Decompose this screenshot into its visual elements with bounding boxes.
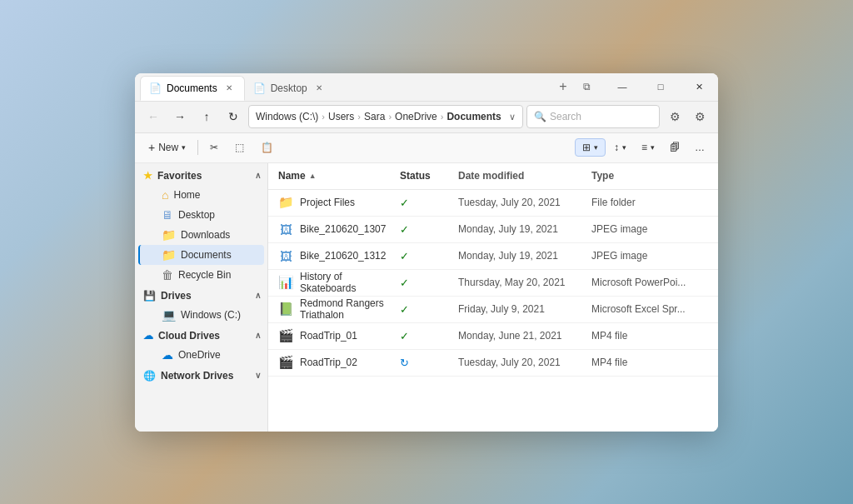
- sidebar-section-drives: 💾 Drives ∧ 💻 Windows (C:): [135, 287, 267, 325]
- network-icon: 🌐: [143, 370, 156, 382]
- table-row[interactable]: 🖼 Bike_210620_1307 ✓ Monday, July 19, 20…: [268, 217, 718, 243]
- status-check: ✓: [400, 223, 409, 236]
- file-list-header: Name ▲ Status Date modified Type: [268, 163, 718, 190]
- name-sort-icon: ▲: [309, 172, 317, 180]
- network-chevron: ∨: [255, 371, 261, 380]
- network-header[interactable]: 🌐 Network Drives ∨: [135, 367, 267, 385]
- breadcrumb-documents[interactable]: Documents: [446, 111, 501, 122]
- view-toggle-button[interactable]: ⊞ ▾: [575, 138, 606, 157]
- sidebar-item-downloads[interactable]: 📁 Downloads: [138, 225, 264, 245]
- search-box[interactable]: 🔍 Search: [526, 105, 660, 128]
- file-date-redmond-rangers: Friday, July 9, 2021: [458, 303, 591, 315]
- tab-bar: 📄 Documents ✕ 📄 Desktop ✕: [135, 73, 546, 101]
- favorites-header[interactable]: ★ Favorites ∧: [135, 167, 267, 185]
- table-row[interactable]: 🎬 RoadTrip_01 ✓ Monday, June 21, 2021 MP…: [268, 323, 718, 350]
- tab-icon-docs: 📄: [149, 82, 162, 94]
- file-type-project-files: File folder: [591, 197, 708, 208]
- status-check: ✓: [400, 277, 409, 289]
- documents-label: Documents: [181, 249, 232, 261]
- table-row[interactable]: 📗 Redmond Rangers Triathalon ✓ Friday, J…: [268, 297, 718, 323]
- file-date-bike-1307: Monday, July 19, 2021: [458, 223, 591, 235]
- new-tab-button[interactable]: +: [553, 77, 573, 97]
- col-header-date[interactable]: Date modified: [458, 170, 591, 182]
- breadcrumb-onedrive[interactable]: OneDrive: [395, 111, 437, 122]
- back-button[interactable]: ←: [142, 105, 165, 128]
- favorites-chevron: ∧: [255, 171, 261, 180]
- file-icon-project-files: 📁: [278, 195, 293, 210]
- sidebar-item-recycle-bin[interactable]: 🗑 Recycle Bin: [138, 265, 264, 285]
- sidebar-item-onedrive[interactable]: ☁ OneDrive: [138, 345, 264, 365]
- sidebar-item-desktop[interactable]: 🖥 Desktop: [138, 205, 264, 225]
- new-label: New: [158, 142, 178, 153]
- file-date-roadtrip-01: Monday, June 21, 2021: [458, 330, 591, 342]
- up-button[interactable]: ↑: [195, 105, 218, 128]
- tab-label-docs: Documents: [167, 82, 217, 94]
- cloud-header[interactable]: ☁ Cloud Drives ∧: [135, 327, 267, 345]
- sidebar-item-documents[interactable]: 📁 Documents: [138, 245, 264, 265]
- file-type-roadtrip-02: MP4 file: [591, 357, 708, 368]
- table-row[interactable]: 📊 History of Skateboards ✓ Thursday, May…: [268, 270, 718, 297]
- file-type-bike-1312: JPEG image: [591, 250, 708, 262]
- onedrive-label: OneDrive: [178, 349, 221, 361]
- home-icon: ⌂: [162, 188, 168, 202]
- sidebar-item-c-drive[interactable]: 💻 Windows (C:): [138, 305, 264, 325]
- details-button[interactable]: 🗐: [663, 139, 686, 156]
- tab-close-docs[interactable]: ✕: [222, 82, 236, 95]
- sidebar-item-home[interactable]: ⌂ Home: [138, 185, 264, 205]
- c-drive-icon: 💻: [162, 308, 176, 322]
- drives-header[interactable]: 💾 Drives ∧: [135, 287, 267, 305]
- tab-desktop[interactable]: 📄 Desktop ✕: [245, 76, 334, 101]
- status-check: ✓: [400, 303, 409, 316]
- view-icon: ⊞: [582, 142, 591, 153]
- file-type-redmond-rangers: Microsoft Excel Spr...: [591, 303, 708, 315]
- settings-icon-button[interactable]: ⚙: [663, 105, 686, 128]
- cloud-chevron: ∧: [255, 331, 261, 340]
- copy-icon: ⬚: [235, 142, 244, 153]
- tab-label-desktop: Desktop: [271, 82, 307, 94]
- paste-icon: 📋: [261, 142, 273, 153]
- file-icon-roadtrip-01: 🎬: [278, 328, 293, 343]
- minimize-button[interactable]: —: [603, 73, 641, 102]
- col-header-name[interactable]: Name ▲: [278, 170, 400, 182]
- recycle-icon: 🗑: [162, 268, 173, 282]
- recycle-label: Recycle Bin: [178, 269, 231, 281]
- breadcrumb-users[interactable]: Users: [328, 111, 354, 122]
- address-dropdown-button[interactable]: ∨: [509, 112, 516, 122]
- tab-actions: + ⧉: [546, 77, 603, 97]
- table-row[interactable]: 🎬 RoadTrip_02 ↻ Tuesday, July 20, 2021 M…: [268, 350, 718, 377]
- breadcrumb-windows[interactable]: Windows (C:\): [256, 111, 318, 122]
- file-name-redmond-rangers: Redmond Rangers Triathalon: [300, 297, 400, 321]
- command-bar: + New ▾ ✂ ⬚ 📋 ⊞ ▾ ↕ ▾ ≡ ▾: [135, 133, 718, 163]
- desktop-icon: 🖥: [162, 208, 173, 222]
- table-row[interactable]: 📁 Project Files ✓ Tuesday, July 20, 2021…: [268, 190, 718, 217]
- new-button[interactable]: + New ▾: [142, 138, 192, 157]
- more-button[interactable]: …: [688, 139, 711, 156]
- file-rows: 📁 Project Files ✓ Tuesday, July 20, 2021…: [268, 190, 718, 377]
- breadcrumb-sara[interactable]: Sara: [364, 111, 385, 122]
- sep4: ›: [441, 112, 444, 122]
- group-button[interactable]: ≡ ▾: [635, 139, 661, 156]
- forward-button[interactable]: →: [168, 105, 192, 128]
- sort-chevron: ▾: [622, 143, 626, 152]
- table-row[interactable]: 🖼 Bike_210620_1312 ✓ Monday, July 19, 20…: [268, 243, 718, 270]
- sep2: ›: [357, 112, 361, 122]
- col-header-status[interactable]: Status: [400, 170, 458, 182]
- close-button[interactable]: ✕: [680, 73, 718, 102]
- tab-strip-button[interactable]: ⧉: [576, 77, 596, 97]
- tab-icon-desktop: 📄: [253, 82, 266, 94]
- address-bar[interactable]: Windows (C:\) › Users › Sara › OneDrive …: [248, 105, 523, 128]
- maximize-button[interactable]: □: [641, 73, 680, 102]
- file-icon-roadtrip-02: 🎬: [278, 355, 293, 370]
- tab-close-desktop[interactable]: ✕: [312, 82, 326, 95]
- copy-button[interactable]: ⬚: [228, 139, 251, 156]
- paste-button[interactable]: 📋: [254, 139, 280, 156]
- sort-button[interactable]: ↕ ▾: [607, 139, 633, 156]
- tab-docs[interactable]: 📄 Documents ✕: [140, 76, 245, 101]
- col-header-type[interactable]: Type: [591, 170, 708, 182]
- refresh-button[interactable]: ↻: [222, 105, 245, 128]
- col-name-label: Name: [278, 170, 306, 182]
- file-date-history-skateboards: Thursday, May 20, 2021: [458, 277, 591, 288]
- sidebar-section-cloud: ☁ Cloud Drives ∧ ☁ OneDrive: [135, 327, 267, 365]
- options-icon-button[interactable]: ⚙: [688, 105, 711, 128]
- cut-button[interactable]: ✂: [203, 139, 225, 156]
